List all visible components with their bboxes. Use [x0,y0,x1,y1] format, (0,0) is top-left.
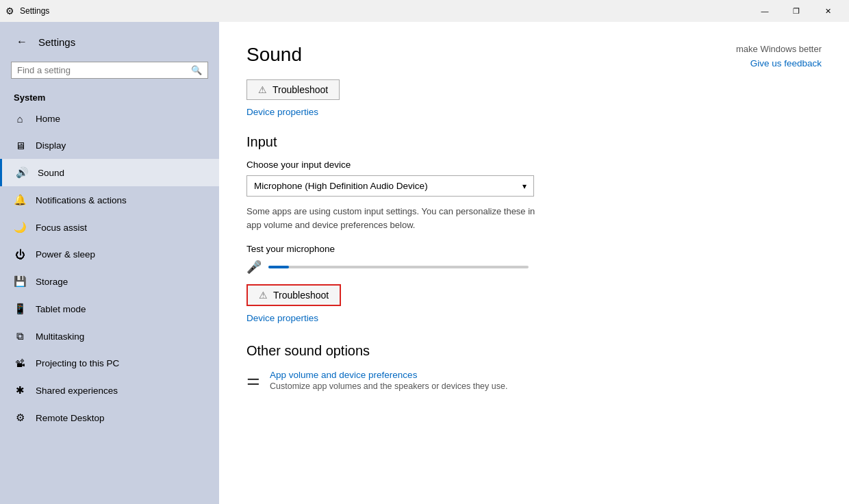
output-troubleshoot-label: Troubleshoot [273,84,328,95]
sidebar-item-multitasking[interactable]: ⧉ Multitasking [0,323,219,350]
mic-level-fill [268,266,289,268]
sidebar-item-label-notifications: Notifications & actions [36,195,127,205]
titlebar-title: Settings [20,6,49,16]
maximize-button[interactable]: ❐ [781,0,812,22]
sidebar-section-label: System [0,87,219,105]
titlebar-controls: — ❐ ✕ [749,0,844,22]
sidebar-item-sound[interactable]: 🔊 Sound [0,159,219,186]
input-section-title: Input [246,134,822,150]
sidebar-item-label-focus: Focus assist [36,223,87,233]
sidebar-item-label-storage: Storage [36,277,68,287]
sidebar-item-remote[interactable]: ⚙ Remote Desktop [0,404,219,431]
output-troubleshoot-button[interactable]: Troubleshoot [246,79,340,100]
multitasking-icon: ⧉ [14,330,26,342]
sidebar-item-power[interactable]: ⏻ Power & sleep [0,241,219,268]
shared-icon: ✱ [14,384,26,396]
chevron-down-icon: ▾ [522,181,527,191]
microphone-icon: 🎤 [246,260,262,275]
sidebar-item-home[interactable]: ⌂ Home [0,105,219,132]
content-area: make Windows better Give us feedback Sou… [219,22,849,504]
power-icon: ⏻ [14,249,26,260]
give-feedback-link[interactable]: Give us feedback [750,58,822,68]
sidebar-item-projecting[interactable]: 📽 Projecting to this PC [0,350,219,377]
projecting-icon: 📽 [14,357,26,369]
sidebar-item-label-remote: Remote Desktop [36,413,105,423]
output-device-properties-link[interactable]: Device properties [246,107,318,117]
app-volume-text: App volume and device preferences Custom… [270,370,507,391]
page-title: Sound [246,44,822,66]
app-volume-icon: ⚌ [246,371,260,389]
input-troubleshoot-label: Troubleshoot [273,290,329,301]
sound-icon: 🔊 [16,166,28,179]
sidebar-item-storage[interactable]: 💾 Storage [0,268,219,295]
input-warn-icon [259,290,268,301]
display-icon: 🖥 [14,140,26,151]
tablet-icon: 📱 [14,303,26,315]
mic-test-row: 🎤 [246,260,822,275]
input-troubleshoot-button[interactable]: Troubleshoot [246,284,341,306]
main-layout: ← Settings 🔍 System ⌂ Home 🖥 Display 🔊 S… [0,22,849,504]
sidebar-app-title: Settings [38,36,75,48]
search-icon: 🔍 [191,65,202,75]
test-mic-label: Test your microphone [246,244,822,254]
focus-icon: 🌙 [14,221,26,234]
sidebar-item-tablet[interactable]: 📱 Tablet mode [0,295,219,323]
sidebar-item-label-multitasking: Multitasking [36,331,84,342]
sidebar: ← Settings 🔍 System ⌂ Home 🖥 Display 🔊 S… [0,22,219,504]
sidebar-item-label-power: Power & sleep [36,249,95,260]
make-windows-better-text: make Windows better [736,44,822,54]
app-volume-item: ⚌ App volume and device preferences Cust… [246,370,822,391]
sidebar-item-label-home: Home [36,114,60,124]
titlebar: ⚙ Settings — ❐ ✕ [0,0,849,22]
search-box[interactable]: 🔍 [11,62,208,79]
sidebar-item-shared[interactable]: ✱ Shared experiences [0,377,219,404]
sidebar-header: ← Settings [0,22,219,62]
search-input[interactable] [17,65,187,75]
input-device-properties-link[interactable]: Device properties [246,313,318,323]
mic-level-track [268,266,529,268]
sidebar-item-notifications[interactable]: 🔔 Notifications & actions [0,186,219,214]
sidebar-item-label-display: Display [36,140,66,151]
other-sound-section-title: Other sound options [246,343,822,359]
sidebar-item-label-shared: Shared experiences [36,386,118,396]
app-volume-title[interactable]: App volume and device preferences [270,370,507,380]
minimize-button[interactable]: — [749,0,781,22]
sidebar-item-label-tablet: Tablet mode [36,304,86,314]
sidebar-item-focus[interactable]: 🌙 Focus assist [0,214,219,241]
sidebar-item-label-projecting: Projecting to this PC [36,358,119,368]
input-device-label: Choose your input device [246,160,822,170]
output-warn-icon [258,84,267,95]
sidebar-item-label-sound: Sound [38,168,64,178]
input-device-dropdown[interactable]: Microphone (High Definition Audio Device… [246,175,534,197]
input-device-value: Microphone (High Definition Audio Device… [254,181,428,191]
home-icon: ⌂ [14,113,26,125]
storage-icon: 💾 [14,275,26,288]
notifications-icon: 🔔 [14,194,26,206]
titlebar-icon: ⚙ [5,5,14,16]
back-button[interactable]: ← [14,33,30,51]
app-volume-desc: Customize app volumes and the speakers o… [270,381,507,391]
close-button[interactable]: ✕ [812,0,844,22]
input-info-text: Some apps are using custom input setting… [246,205,541,231]
remote-icon: ⚙ [14,412,26,424]
top-right-links: make Windows better Give us feedback [736,44,822,69]
sidebar-item-display[interactable]: 🖥 Display [0,132,219,159]
